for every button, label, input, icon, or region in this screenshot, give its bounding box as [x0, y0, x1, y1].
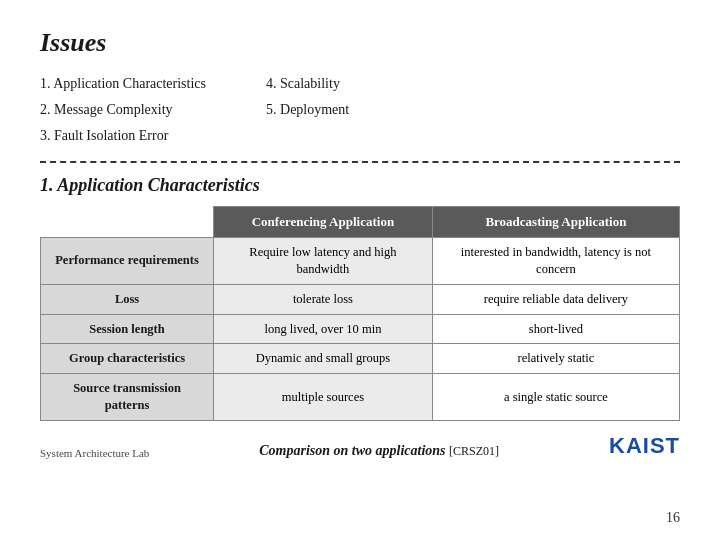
list-item: 5. Deployment [266, 98, 349, 122]
kaist-logo: KAIST [609, 433, 680, 459]
table-header-broadcasting: Broadcasting Application [432, 207, 679, 238]
row-broadcasting: interested in bandwidth, latency is not … [432, 237, 679, 284]
application-table: Conferencing Application Broadcasting Ap… [40, 206, 680, 421]
list-item: 3. Fault Isolation Error [40, 124, 206, 148]
row-broadcasting: relatively static [432, 344, 679, 374]
footer-comparison: Comparison on two applications [CRSZ01] [149, 443, 609, 459]
row-label: Source transmission patterns [41, 374, 214, 421]
comparison-text: Comparison on two applications [259, 443, 445, 458]
footer: System Architecture Lab Comparison on tw… [40, 433, 680, 459]
row-broadcasting: a single static source [432, 374, 679, 421]
row-label: Performance requirements [41, 237, 214, 284]
list-col-1: 1. Application Characteristics 2. Messag… [40, 72, 206, 149]
table-row: Session length long lived, over 10 min s… [41, 314, 680, 344]
intro-lists: 1. Application Characteristics 2. Messag… [40, 72, 680, 149]
row-conferencing: tolerate loss [214, 284, 433, 314]
slide: Issues 1. Application Characteristics 2.… [0, 0, 720, 540]
footer-right: KAIST [609, 433, 680, 459]
list-col-2: 4. Scalability 5. Deployment [266, 72, 349, 149]
row-conferencing: Dynamic and small groups [214, 344, 433, 374]
citation: [CRSZ01] [449, 444, 499, 458]
row-broadcasting: require reliable data delivery [432, 284, 679, 314]
table-header-empty [41, 207, 214, 238]
row-label: Group characteristics [41, 344, 214, 374]
row-conferencing: Require low latency and high bandwidth [214, 237, 433, 284]
table-row: Performance requirements Require low lat… [41, 237, 680, 284]
row-conferencing: multiple sources [214, 374, 433, 421]
section-heading: 1. Application Characteristics [40, 175, 680, 196]
lab-label: System Architecture Lab [40, 447, 149, 459]
page-title: Issues [40, 28, 680, 58]
row-label: Loss [41, 284, 214, 314]
table-row: Source transmission patterns multiple so… [41, 374, 680, 421]
row-conferencing: long lived, over 10 min [214, 314, 433, 344]
list-item: 1. Application Characteristics [40, 72, 206, 96]
row-label: Session length [41, 314, 214, 344]
table-row: Loss tolerate loss require reliable data… [41, 284, 680, 314]
page-number: 16 [666, 510, 680, 526]
row-broadcasting: short-lived [432, 314, 679, 344]
list-item: 4. Scalability [266, 72, 349, 96]
table-header-conferencing: Conferencing Application [214, 207, 433, 238]
table-row: Group characteristics Dynamic and small … [41, 344, 680, 374]
section-divider [40, 161, 680, 163]
list-item: 2. Message Complexity [40, 98, 206, 122]
